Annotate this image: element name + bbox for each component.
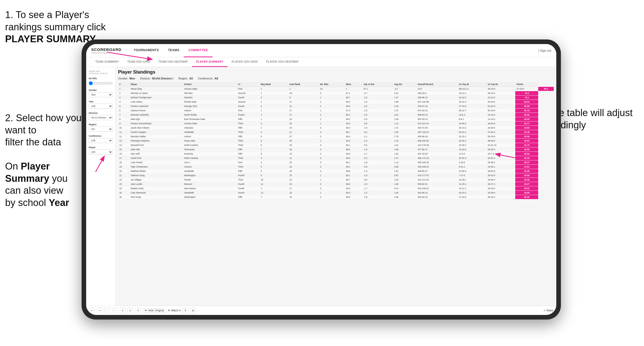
view-toggle[interactable]: 👁 View: Original — [143, 308, 166, 313]
undo-btn[interactable]: ↩ — [89, 308, 95, 313]
cell-21-10: 514-111-52 — [417, 178, 458, 182]
year-select[interactable]: (All) — [89, 104, 113, 109]
cell-2-2: Stanford — [183, 95, 237, 100]
table-row: 12Brendan ValdesAuburnFifth537068.4-1.11… — [118, 134, 554, 139]
table-row: 7Nicholas GabrelcikNorth FloridaFourth12… — [118, 113, 554, 117]
nav-tournaments[interactable]: TOURNAMENTS — [129, 44, 163, 57]
cell-1-1: Michael Le Sasso — [130, 91, 183, 95]
export-btn[interactable]: ⬆ — [183, 308, 188, 313]
cell-20-2: Washington — [183, 173, 237, 178]
sub-nav-player-h2h-heatmap[interactable]: PLAYER H2H HEATMAP — [262, 57, 303, 67]
cell-24-11: 26-23-1 — [458, 191, 486, 195]
division-select[interactable]: NCAA Division I — [89, 115, 113, 120]
cell-8-13: 46.77 — [515, 121, 538, 126]
table-row: 13Phichakun MaichonTexas A&MThird630169.… — [118, 139, 554, 143]
cell-4-3: Fourth — [237, 104, 260, 108]
cell-22-8: -2.3 — [362, 182, 393, 186]
cell-20-3: Fourth — [237, 173, 260, 178]
cell-24-8: -1.2 — [362, 191, 393, 195]
cell-12-8: -1.0 — [362, 139, 393, 143]
nav-teams[interactable]: TEAMS — [163, 44, 184, 57]
cell-9-3: Fifth — [237, 126, 260, 130]
copy-btn[interactable]: ⎘ — [120, 308, 125, 313]
table-row: 15Jake HallTennesseeFifth718068.5-1.51.6… — [118, 147, 554, 152]
redo-btn[interactable]: ↪ — [97, 308, 102, 313]
cell-4-5: 21 — [288, 104, 319, 108]
cell-18-7: 69.2 — [345, 165, 362, 169]
cell-11-4: 5 — [260, 134, 288, 139]
sign-in-link[interactable]: | Sign out — [538, 49, 551, 52]
cell-6-1: Nicholas Gabrelcik — [130, 113, 183, 117]
cell-0-6: 15 — [319, 87, 345, 91]
tablet-device: SCOREBOARD Powered by clippi TOURNAMENTS… — [82, 39, 561, 320]
cell-15-8: -1.7 — [362, 152, 393, 156]
grid-btn[interactable]: ⊞ — [190, 308, 196, 313]
cell-20-8: -1.0 — [362, 173, 393, 178]
player-select[interactable]: (All) — [89, 149, 113, 155]
sub-nav-team-h2h-grid[interactable]: TEAM H2H GRID — [123, 57, 154, 67]
cell-3-1: Luke Claton — [130, 100, 183, 104]
cell-25-2: Washington — [183, 195, 237, 199]
cell-18-6: 2 — [319, 165, 345, 169]
paste-btn[interactable]: ⎗ — [127, 308, 133, 313]
sub-nav-team-summary[interactable]: TEAM SUMMARY — [91, 57, 123, 67]
cell-3-7: 68.2 — [345, 100, 362, 104]
sub-nav-player-summary[interactable]: PLAYER SUMMARY — [192, 57, 227, 67]
cell-8-11: 19-39-2 — [458, 121, 486, 126]
conference-select[interactable]: (All) — [89, 138, 113, 143]
cell-25-6: 0 — [319, 195, 345, 199]
cell-0-13: 57-23-0 — [515, 87, 538, 91]
gender-select[interactable]: Men — [89, 92, 113, 97]
cell-13-5: 23 — [288, 143, 319, 147]
cell-22-3: Fourth — [237, 182, 260, 186]
cell-15-10: 467-29-23 — [417, 152, 458, 156]
sub-nav-team-h2h-heatmap[interactable]: TEAM H2H HEATMAP — [154, 57, 192, 67]
cell-20-1: Taehoon Song — [130, 173, 183, 178]
cell-4-8: -2.5 — [362, 104, 393, 108]
cell-17-8: -1.8 — [362, 160, 393, 165]
cell-21-12: 29-38-2 — [486, 178, 515, 182]
share-btn[interactable]: ↗ Share — [543, 309, 553, 312]
back-btn[interactable]: ‹ — [105, 308, 110, 313]
col-yr: Yr — [237, 82, 260, 87]
cell-21-2: Florida — [183, 178, 237, 182]
cell-5-5: 27 — [288, 108, 319, 113]
table-header-row: Player Standings — [118, 70, 554, 75]
cell-8-7: 69.0 — [345, 121, 362, 126]
bottom-toolbar: ↩ ↪ ‹ › ⎘ ⎗ ↺ 👁 View: Original 👁 Watch ▾… — [86, 306, 556, 315]
cell-4-11: 27-10-2 — [458, 104, 486, 108]
cell-13-0: 14 — [118, 143, 130, 147]
cell-22-10: 509-82-21 — [417, 182, 458, 186]
cell-2-8: -2.0 — [362, 95, 393, 100]
cell-3-3: Second — [237, 100, 260, 104]
cell-0-3: First — [237, 87, 260, 91]
sub-nav-player-h2h-grid[interactable]: PLAYER H2H GRID — [227, 57, 262, 67]
cell-9-11: 20-14-1 — [458, 126, 486, 130]
cell-12-2: Texas A&M — [183, 139, 237, 143]
table-row: 26Petr HrubyWashingtonFifth725068.6-1.81… — [118, 195, 554, 199]
cell-10-12: 47-40-3 — [486, 130, 515, 134]
region-select[interactable]: N/A — [89, 127, 113, 132]
instruction-step-2: 2. Select how you want to filter the dat… — [5, 112, 94, 209]
cell-16-10: 406-172-16 — [417, 156, 458, 160]
nav-committee[interactable]: COMMITTEE — [184, 44, 213, 57]
cell-4-12: 61-20-3 — [486, 104, 515, 108]
cell-1-2: Ole Miss — [183, 91, 237, 95]
cell-6-12: 24-10-4 — [486, 113, 515, 117]
cell-12-5: 30 — [288, 139, 319, 143]
cell-8-8: -0.5 — [362, 121, 393, 126]
watch-btn[interactable]: 👁 Watch ▾ — [168, 309, 181, 312]
table-row: 1Wenyi DingArizona StateFirst1115167.1-3… — [118, 87, 554, 91]
no-rds-slider[interactable] — [89, 81, 113, 85]
cell-6-4: 1 — [260, 113, 288, 117]
cell-19-3: Fifth — [237, 169, 260, 173]
forward-btn[interactable]: › — [112, 308, 118, 313]
cell-4-2: Georgia Tech — [183, 104, 237, 108]
cell-6-5: 27 — [288, 113, 319, 117]
cell-2-1: Michael Thorbjornsen — [130, 95, 183, 100]
cell-23-3: Fourth — [237, 186, 260, 191]
cell-22-4: 11 — [260, 182, 288, 186]
cell-14-1: Jake Hall — [130, 147, 183, 152]
gender-display: Gender: Men — [118, 77, 135, 80]
refresh-btn[interactable]: ↺ — [135, 308, 141, 313]
